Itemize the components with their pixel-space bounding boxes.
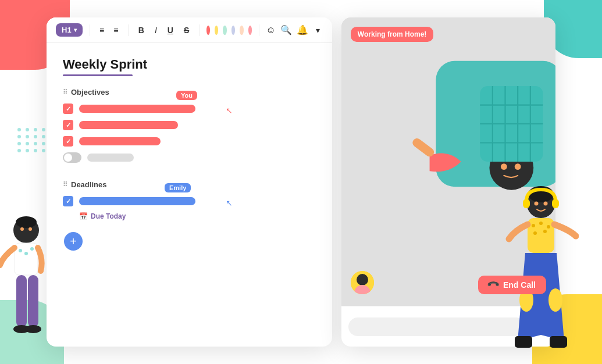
main-wrapper: H1 ▾ ≡ ≡ B I U S ☺ 🔍 🔔 ▾ (47, 17, 555, 347)
cursor-icon: ↖ (226, 106, 233, 115)
end-call-label: End Call (503, 280, 536, 290)
cursor-icon-2: ↖ (226, 198, 233, 208)
bell-button[interactable]: 🔔 (297, 24, 308, 35)
task-bar-3 (79, 137, 161, 145)
svg-rect-14 (523, 199, 530, 208)
more-options-icon[interactable]: ▾ (313, 24, 323, 37)
svg-point-5 (30, 247, 34, 251)
end-call-button[interactable]: 📞 End Call (478, 276, 546, 294)
color-yellow-dot[interactable] (215, 26, 218, 35)
color-lavender-dot[interactable] (231, 26, 235, 35)
svg-rect-6 (16, 275, 27, 327)
svg-point-1 (16, 216, 37, 228)
toggle-label-bar (87, 154, 134, 162)
figure-right (503, 184, 579, 358)
svg-rect-7 (28, 275, 38, 327)
task-bar-2 (79, 121, 178, 129)
toolbar: H1 ▾ ≡ ≡ B I U S ☺ 🔍 🔔 ▾ (47, 17, 332, 43)
task-row-1: ↖ (63, 104, 316, 114)
svg-rect-15 (552, 199, 559, 208)
heading-dropdown-button[interactable]: H1 ▾ (56, 23, 83, 37)
svg-point-26 (535, 202, 539, 206)
toggle-switch[interactable] (63, 152, 81, 163)
deadlines-section: Deadlines Emily ↖ 📅 Due Today + (63, 180, 316, 251)
svg-point-21 (543, 230, 547, 233)
doc-title: Weekly Sprint (63, 57, 316, 72)
task-checkbox-3[interactable] (63, 136, 73, 147)
strikethrough-button[interactable]: S (181, 24, 192, 37)
italic-button[interactable]: I (152, 24, 160, 37)
indent-increase-icon[interactable]: ≡ (111, 24, 121, 37)
svg-point-4 (24, 252, 28, 255)
figure-left (0, 213, 47, 352)
due-today-badge: 📅 Due Today (79, 212, 316, 220)
caller-avatar-thumbnail[interactable] (351, 271, 374, 294)
svg-point-20 (533, 231, 537, 235)
underline-button[interactable]: U (165, 24, 176, 37)
bold-button[interactable]: B (136, 24, 147, 37)
toggle-row (63, 152, 316, 163)
heading-label: H1 (62, 26, 72, 34)
task-row-2 (63, 120, 316, 130)
task-bar-1 (79, 105, 195, 113)
color-peach-dot[interactable] (240, 26, 243, 35)
you-badge: You (176, 91, 197, 100)
emily-badge: Emily (165, 183, 191, 192)
svg-point-19 (547, 225, 550, 229)
emoji-button[interactable]: ☺ (266, 25, 276, 35)
svg-point-23 (548, 288, 562, 312)
task-row-3 (63, 136, 316, 147)
search-button[interactable]: 🔍 (280, 24, 292, 35)
svg-rect-24 (515, 336, 532, 348)
chat-input[interactable] (348, 317, 525, 336)
task-checkbox-2[interactable] (63, 120, 73, 130)
indent-decrease-icon[interactable]: ≡ (97, 24, 107, 37)
phone-end-icon: 📞 (487, 278, 500, 291)
calendar-icon: 📅 (79, 212, 88, 220)
color-red-dot[interactable] (206, 26, 210, 35)
svg-point-38 (501, 163, 507, 170)
svg-point-3 (19, 249, 22, 252)
svg-point-27 (544, 202, 548, 206)
heading-chevron-icon: ▾ (74, 27, 77, 33)
doc-content: Weekly Sprint Objectives You ↖ (47, 43, 332, 347)
add-task-button[interactable]: + (64, 232, 83, 251)
task-row-deadline-1: ↖ (63, 196, 316, 206)
svg-rect-25 (550, 336, 567, 348)
deadline-checkbox-1[interactable] (63, 196, 73, 206)
svg-point-9 (25, 325, 41, 333)
svg-point-17 (532, 224, 535, 227)
svg-rect-2 (15, 243, 38, 275)
title-underline (63, 74, 133, 76)
color-mint-dot[interactable] (223, 26, 226, 35)
svg-point-10 (20, 227, 24, 231)
svg-point-18 (539, 222, 543, 225)
doc-panel: H1 ▾ ≡ ≡ B I U S ☺ 🔍 🔔 ▾ (47, 17, 332, 347)
wfh-badge: Working from Home! (351, 27, 433, 42)
dot-pattern (17, 128, 47, 152)
svg-point-11 (29, 227, 32, 231)
svg-point-39 (515, 163, 521, 170)
color-pink-dot[interactable] (248, 26, 252, 35)
deadline-bar-1 (79, 197, 195, 205)
due-today-label: Due Today (91, 212, 126, 220)
svg-point-41 (357, 274, 368, 286)
task-checkbox-1[interactable] (63, 104, 73, 114)
